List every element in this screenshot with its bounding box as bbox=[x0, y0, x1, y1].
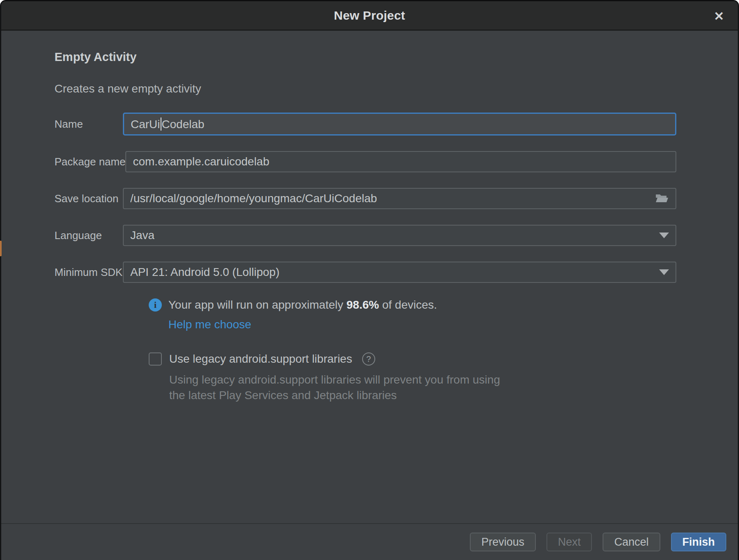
legacy-support-row: Use legacy android.support libraries ? bbox=[149, 352, 676, 366]
folder-open-icon[interactable] bbox=[655, 193, 669, 204]
left-edge-artifact bbox=[0, 241, 2, 256]
name-input[interactable]: CarUiCodelab bbox=[123, 113, 676, 135]
sdk-coverage-info: i Your app will run on approximately 98.… bbox=[149, 298, 676, 312]
legacy-support-description: Using legacy android.support libraries w… bbox=[169, 372, 676, 403]
previous-button[interactable]: Previous bbox=[470, 533, 536, 551]
legacy-description-line2: the latest Play Services and Jetpack lib… bbox=[169, 388, 676, 403]
new-project-dialog: New Project ✕ Empty Activity Creates a n… bbox=[0, 0, 739, 560]
dialog-footer: Previous Next Cancel Finish bbox=[1, 523, 738, 560]
coverage-percentage: 98.6% bbox=[347, 298, 379, 311]
language-dropdown[interactable]: Java bbox=[123, 225, 676, 246]
package-name-input[interactable]: com.example.caruicodelab bbox=[125, 151, 676, 172]
minimum-sdk-dropdown[interactable]: API 21: Android 5.0 (Lollipop) bbox=[123, 262, 676, 283]
name-row: Name CarUiCodelab bbox=[54, 113, 676, 135]
legacy-description-line1: Using legacy android.support libraries w… bbox=[169, 372, 676, 388]
close-icon[interactable]: ✕ bbox=[710, 7, 728, 25]
language-label: Language bbox=[54, 229, 123, 242]
next-button: Next bbox=[546, 533, 592, 551]
help-me-choose-link[interactable]: Help me choose bbox=[168, 318, 251, 331]
language-row: Language Java bbox=[54, 225, 676, 246]
package-name-value: com.example.caruicodelab bbox=[133, 155, 269, 168]
help-icon[interactable]: ? bbox=[362, 352, 375, 366]
chevron-down-icon bbox=[659, 269, 669, 275]
minimum-sdk-value: API 21: Android 5.0 (Lollipop) bbox=[130, 266, 279, 279]
legacy-support-label: Use legacy android.support libraries bbox=[169, 352, 352, 366]
project-form: Name CarUiCodelab Package name com.examp… bbox=[54, 113, 676, 283]
save-location-input[interactable]: /usr/local/google/home/youngmac/CarUiCod… bbox=[123, 188, 676, 209]
cancel-button[interactable]: Cancel bbox=[603, 533, 660, 551]
dialog-content: Empty Activity Creates a new empty activ… bbox=[1, 31, 738, 523]
finish-button[interactable]: Finish bbox=[671, 533, 727, 551]
dialog-titlebar: New Project ✕ bbox=[1, 1, 738, 31]
sdk-coverage-text: Your app will run on approximately 98.6%… bbox=[168, 298, 437, 312]
chevron-down-icon bbox=[659, 233, 669, 238]
package-name-row: Package name com.example.caruicodelab bbox=[54, 151, 676, 172]
package-name-label: Package name bbox=[54, 156, 125, 168]
save-location-value: /usr/local/google/home/youngmac/CarUiCod… bbox=[130, 192, 377, 205]
legacy-support-checkbox[interactable] bbox=[149, 352, 162, 366]
text-caret bbox=[161, 117, 161, 131]
page-title: Empty Activity bbox=[54, 50, 676, 64]
save-location-label: Save location bbox=[54, 192, 123, 205]
info-icon: i bbox=[149, 298, 162, 312]
language-value: Java bbox=[130, 229, 154, 242]
dialog-title: New Project bbox=[334, 9, 405, 23]
minimum-sdk-row: Minimum SDK API 21: Android 5.0 (Lollipo… bbox=[54, 262, 676, 283]
name-value: CarUiCodelab bbox=[131, 117, 204, 131]
save-location-row: Save location /usr/local/google/home/you… bbox=[54, 188, 676, 209]
minimum-sdk-label: Minimum SDK bbox=[54, 266, 123, 279]
name-label: Name bbox=[54, 118, 123, 131]
page-subtitle: Creates a new empty activity bbox=[54, 81, 676, 96]
